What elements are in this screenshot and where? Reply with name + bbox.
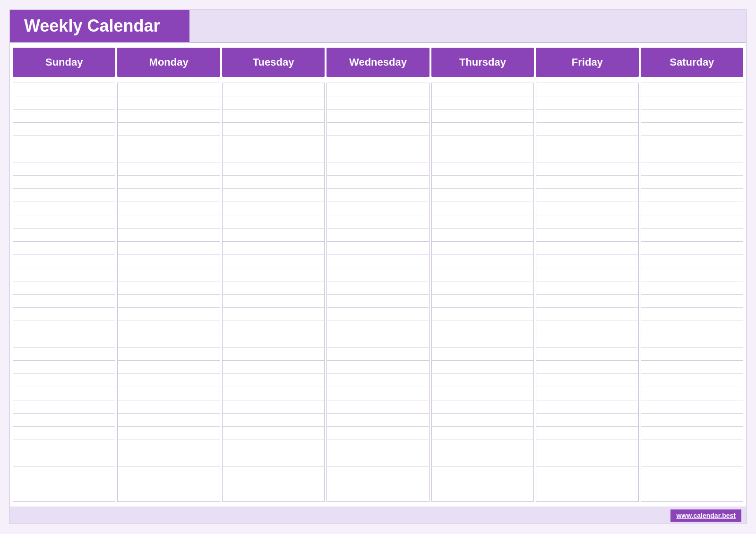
day-line[interactable] xyxy=(327,96,429,110)
day-line[interactable] xyxy=(13,96,115,110)
day-line[interactable] xyxy=(327,453,429,466)
day-line[interactable] xyxy=(118,110,219,123)
day-line[interactable] xyxy=(536,176,638,189)
day-line[interactable] xyxy=(536,268,638,281)
day-line[interactable] xyxy=(641,400,743,414)
day-line[interactable] xyxy=(432,96,533,110)
day-line[interactable] xyxy=(432,202,533,215)
day-line[interactable] xyxy=(641,215,743,229)
day-line[interactable] xyxy=(536,440,638,453)
day-line[interactable] xyxy=(327,295,429,308)
day-line[interactable] xyxy=(536,162,638,176)
day-line[interactable] xyxy=(432,110,533,123)
day-line[interactable] xyxy=(118,83,219,96)
day-line[interactable] xyxy=(432,295,533,308)
day-line[interactable] xyxy=(536,334,638,348)
day-line[interactable] xyxy=(641,361,743,374)
day-line[interactable] xyxy=(223,427,324,440)
day-line[interactable] xyxy=(118,387,219,400)
day-line[interactable] xyxy=(327,387,429,400)
day-line[interactable] xyxy=(223,281,324,295)
day-line[interactable] xyxy=(536,466,638,480)
day-line[interactable] xyxy=(641,229,743,242)
day-line[interactable] xyxy=(13,162,115,176)
day-line[interactable] xyxy=(327,281,429,295)
day-line[interactable] xyxy=(13,466,115,480)
day-line[interactable] xyxy=(641,202,743,215)
day-line[interactable] xyxy=(13,268,115,281)
day-line[interactable] xyxy=(223,466,324,480)
day-line[interactable] xyxy=(13,295,115,308)
day-column-friday[interactable] xyxy=(536,83,638,502)
day-line[interactable] xyxy=(223,242,324,255)
day-line[interactable] xyxy=(536,348,638,361)
day-line[interactable] xyxy=(223,162,324,176)
day-line[interactable] xyxy=(223,361,324,374)
day-line[interactable] xyxy=(432,400,533,414)
day-line[interactable] xyxy=(641,242,743,255)
day-line[interactable] xyxy=(13,229,115,242)
day-line[interactable] xyxy=(641,281,743,295)
day-line[interactable] xyxy=(13,176,115,189)
day-line[interactable] xyxy=(536,281,638,295)
day-line[interactable] xyxy=(641,96,743,110)
day-line[interactable] xyxy=(223,400,324,414)
day-line[interactable] xyxy=(432,387,533,400)
day-line[interactable] xyxy=(13,400,115,414)
day-line[interactable] xyxy=(327,400,429,414)
day-line[interactable] xyxy=(118,414,219,427)
day-line[interactable] xyxy=(327,110,429,123)
day-line[interactable] xyxy=(432,123,533,136)
day-line[interactable] xyxy=(223,176,324,189)
day-line[interactable] xyxy=(13,374,115,387)
day-line[interactable] xyxy=(432,229,533,242)
day-line[interactable] xyxy=(641,110,743,123)
day-line[interactable] xyxy=(536,229,638,242)
day-line[interactable] xyxy=(432,162,533,176)
day-line[interactable] xyxy=(118,308,219,321)
day-line[interactable] xyxy=(432,361,533,374)
day-line[interactable] xyxy=(641,308,743,321)
day-line[interactable] xyxy=(432,242,533,255)
day-line[interactable] xyxy=(641,149,743,162)
day-line[interactable] xyxy=(118,149,219,162)
day-line[interactable] xyxy=(118,295,219,308)
day-line[interactable] xyxy=(641,348,743,361)
day-line[interactable] xyxy=(536,321,638,334)
day-line[interactable] xyxy=(641,440,743,453)
day-line[interactable] xyxy=(536,215,638,229)
day-line[interactable] xyxy=(13,321,115,334)
day-line[interactable] xyxy=(223,123,324,136)
day-line[interactable] xyxy=(223,189,324,202)
day-line[interactable] xyxy=(641,255,743,268)
day-line[interactable] xyxy=(536,374,638,387)
day-line[interactable] xyxy=(536,189,638,202)
day-line[interactable] xyxy=(536,242,638,255)
day-line[interactable] xyxy=(536,400,638,414)
day-line[interactable] xyxy=(13,440,115,453)
day-column-thursday[interactable] xyxy=(431,83,534,502)
day-line[interactable] xyxy=(13,83,115,96)
day-line[interactable] xyxy=(223,334,324,348)
day-line[interactable] xyxy=(641,268,743,281)
day-line[interactable] xyxy=(327,321,429,334)
day-line[interactable] xyxy=(641,321,743,334)
day-line[interactable] xyxy=(536,414,638,427)
day-line[interactable] xyxy=(536,123,638,136)
day-line[interactable] xyxy=(13,149,115,162)
day-line[interactable] xyxy=(641,427,743,440)
day-line[interactable] xyxy=(118,242,219,255)
day-line[interactable] xyxy=(118,136,219,149)
day-line[interactable] xyxy=(432,149,533,162)
day-line[interactable] xyxy=(13,361,115,374)
day-line[interactable] xyxy=(223,295,324,308)
day-line[interactable] xyxy=(327,427,429,440)
day-line[interactable] xyxy=(118,374,219,387)
day-line[interactable] xyxy=(327,83,429,96)
day-line[interactable] xyxy=(118,361,219,374)
day-line[interactable] xyxy=(223,136,324,149)
day-line[interactable] xyxy=(118,427,219,440)
day-line[interactable] xyxy=(223,414,324,427)
day-line[interactable] xyxy=(432,334,533,348)
day-line[interactable] xyxy=(536,295,638,308)
